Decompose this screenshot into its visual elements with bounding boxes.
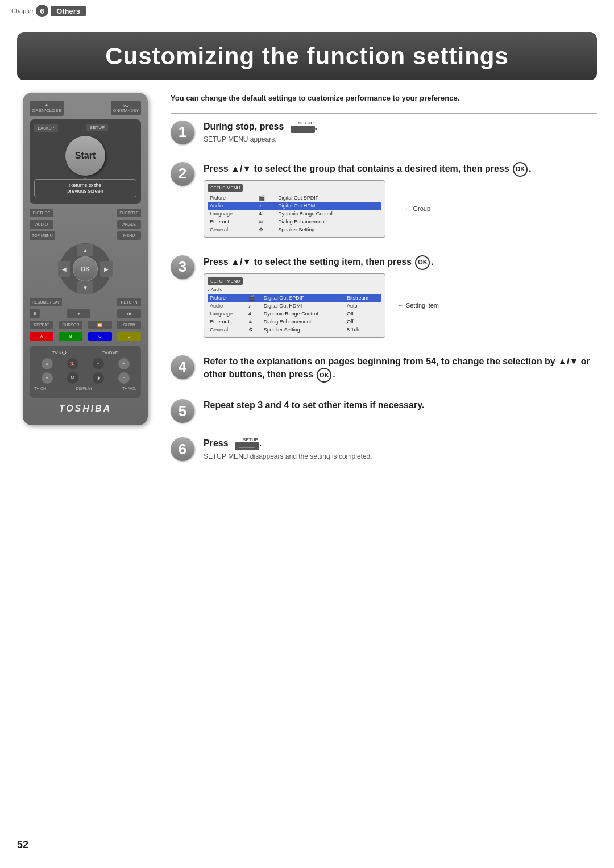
menu-row: Language4Dynamic Range Control bbox=[208, 210, 381, 218]
chapter-others-label: Others bbox=[51, 6, 86, 16]
pause-row: ⏸ ⏮ ⏭ bbox=[30, 309, 141, 318]
dpad-mid-row: ◀ OK ▶ bbox=[58, 256, 113, 281]
step-2-title: Press ▲/▼ to select the group that conta… bbox=[204, 162, 597, 177]
menu-header-2: SETUP MENU bbox=[208, 184, 243, 192]
prev-btn[interactable]: ⏮ bbox=[67, 309, 90, 318]
abcd-row: A B C D bbox=[30, 332, 141, 340]
repeat-btn[interactable]: REPEAT bbox=[30, 321, 53, 329]
picture-btn[interactable]: PICTURE bbox=[30, 209, 53, 217]
step-6: 6 Press SETUP ______ . SETUP MENU disapp… bbox=[171, 430, 597, 471]
menu-cell: 🎬 bbox=[256, 194, 276, 202]
label-row: TV CH DISPLAY TV VOL bbox=[34, 387, 136, 391]
step-6-num: 6 bbox=[171, 437, 194, 461]
setup-label-1: SETUP bbox=[298, 121, 314, 126]
on-standby-btn[interactable]: I/⏻ON/STANDBY bbox=[111, 101, 141, 115]
menu-row: Picture🎬Digital Out SPDIF bbox=[208, 194, 381, 202]
next-btn[interactable]: ⏭ bbox=[117, 309, 141, 318]
menu-cell: 5.1ch bbox=[345, 326, 381, 334]
tv-vol-minus[interactable]: − bbox=[118, 372, 130, 384]
step-1-num: 1 bbox=[171, 121, 194, 144]
menu-cell: ≋ bbox=[246, 318, 262, 326]
dpad-up[interactable]: ▲ bbox=[77, 244, 93, 256]
step-1-subtitle: SETUP MENU appears. bbox=[204, 135, 597, 143]
dpad-left[interactable]: ◀ bbox=[58, 261, 70, 277]
menu-cell: General bbox=[208, 226, 256, 234]
menu-cell: Bitstream bbox=[345, 294, 381, 302]
display-label: DISPLAY bbox=[76, 387, 93, 391]
step-6-subtitle: SETUP MENU disappears and the setting is… bbox=[204, 452, 597, 460]
dpad-ok[interactable]: OK bbox=[73, 256, 98, 281]
step-4: 4 Refer to the explanations on pages beg… bbox=[171, 348, 597, 392]
repeat-cursor-row: REPEAT CURSOR ⏩ SLOW bbox=[30, 321, 141, 329]
menu-cell: Picture bbox=[208, 194, 256, 202]
step-5-num: 5 bbox=[171, 399, 194, 423]
main-sub[interactable]: M bbox=[67, 372, 78, 384]
menu-cell: Auto bbox=[345, 302, 381, 310]
tv-ch-up[interactable]: ∧ bbox=[42, 358, 53, 369]
menu-cell: Digital Out HDMI bbox=[262, 302, 345, 310]
menu-table-3: Picture🎬Digital Out SPDIFBitstream Audio… bbox=[208, 294, 381, 334]
resume-return-row: RESUME PLAY RETURN bbox=[30, 298, 141, 306]
intro-text: You can change the default settings to c… bbox=[171, 93, 597, 104]
dpad-up-row: ▲ bbox=[77, 244, 93, 256]
chapter-number: 6 bbox=[36, 5, 48, 17]
setup-key-6: ______ bbox=[235, 442, 259, 450]
menu-subtitle-3: ♪ Audio bbox=[208, 287, 381, 292]
ok-btn-2[interactable]: OK bbox=[513, 162, 528, 177]
ff-btn[interactable]: ⏩ bbox=[88, 321, 112, 329]
menu-cell: Dialog Enhancement bbox=[276, 218, 381, 226]
subtitle-btn[interactable]: SUBTITLE bbox=[117, 209, 141, 217]
menu-btn[interactable]: MENU bbox=[117, 231, 141, 240]
start-area: BACKUP SETUP Start Returns to the previo… bbox=[30, 119, 141, 204]
tv-code[interactable]: ≡ bbox=[93, 358, 104, 369]
header: Chapter 6 Others bbox=[0, 0, 614, 22]
menu-cell: Off bbox=[345, 310, 381, 318]
tv-vol-plus[interactable]: + bbox=[118, 358, 130, 369]
btn-a[interactable]: A bbox=[30, 332, 53, 340]
tv-label: TV I/⏻ bbox=[52, 350, 66, 355]
start-button[interactable]: Start bbox=[65, 136, 105, 176]
cursor-btn[interactable]: CURSOR bbox=[59, 321, 82, 329]
menu-row-highlighted: Audio♪Digital Out HDMI bbox=[208, 202, 381, 210]
step-4-num: 4 bbox=[171, 355, 194, 379]
tv-mute[interactable]: 🔇 bbox=[67, 358, 78, 369]
tv-ch-down[interactable]: ∨ bbox=[42, 372, 53, 384]
slow-btn[interactable]: SLOW bbox=[117, 321, 141, 329]
dpad-down[interactable]: ▼ bbox=[77, 281, 93, 294]
top-menu-btn[interactable]: TOP MENU bbox=[30, 231, 55, 240]
setup-btn[interactable]: SETUP bbox=[86, 124, 109, 131]
dpad-right[interactable]: ▶ bbox=[100, 261, 113, 277]
angle-btn[interactable]: ANGLE bbox=[117, 220, 141, 229]
menu-row: Language4Dynamic Range ControlOff bbox=[208, 310, 381, 318]
setup-menu-2: SETUP MENU Picture🎬Digital Out SPDIF Aud… bbox=[204, 180, 385, 238]
btn-c[interactable]: C bbox=[88, 332, 112, 340]
menu-cell: Off bbox=[345, 318, 381, 326]
btn-b[interactable]: B bbox=[59, 332, 82, 340]
dpad-area: ▲ ◀ OK ▶ ▼ bbox=[30, 243, 141, 294]
circle-btns-row: ∧ 🔇 ≡ + bbox=[34, 358, 136, 369]
btn-d[interactable]: D bbox=[117, 332, 141, 340]
ok-btn-4[interactable]: OK bbox=[317, 368, 331, 383]
step-5: 5 Repeat step 3 and 4 to set other items… bbox=[171, 392, 597, 430]
audio-btn[interactable]: AUDIO bbox=[30, 220, 53, 229]
open-close-btn[interactable]: ▲OPEN/CLOSE bbox=[30, 101, 64, 116]
tv-top-row: TV I/⏻ TV/DVD bbox=[34, 350, 136, 355]
remote-bottom: TV I/⏻ TV/DVD ∧ 🔇 ≡ + ∨ M ◑ − TV CH bbox=[30, 346, 141, 398]
menu-cell: ≋ bbox=[256, 218, 276, 226]
backup-btn[interactable]: BACKUP bbox=[34, 124, 58, 132]
page-number: 52 bbox=[17, 839, 28, 851]
remote-top-row: ▲OPEN/CLOSE I/⏻ON/STANDBY bbox=[30, 101, 141, 116]
resume-btn[interactable]: RESUME PLAY bbox=[30, 298, 62, 306]
menu-cell: Ethernet bbox=[208, 218, 256, 226]
menu-cell: Speaker Setting bbox=[276, 226, 381, 234]
setup-label-6: SETUP bbox=[243, 438, 258, 442]
menu-cell: 🎬 bbox=[246, 294, 262, 302]
ok-btn-3[interactable]: OK bbox=[415, 255, 430, 270]
pause-btn[interactable]: ⏸ bbox=[30, 309, 40, 318]
dimmer[interactable]: ◑ bbox=[93, 372, 104, 384]
step-3-num: 3 bbox=[171, 255, 194, 279]
menu-cell: 4 bbox=[246, 310, 262, 318]
menu-row: Ethernet≋Dialog EnhancementOff bbox=[208, 318, 381, 326]
return-btn[interactable]: RETURN bbox=[117, 298, 141, 306]
step-1: 1 During stop, press SETUP ______ . SETU… bbox=[171, 113, 597, 155]
